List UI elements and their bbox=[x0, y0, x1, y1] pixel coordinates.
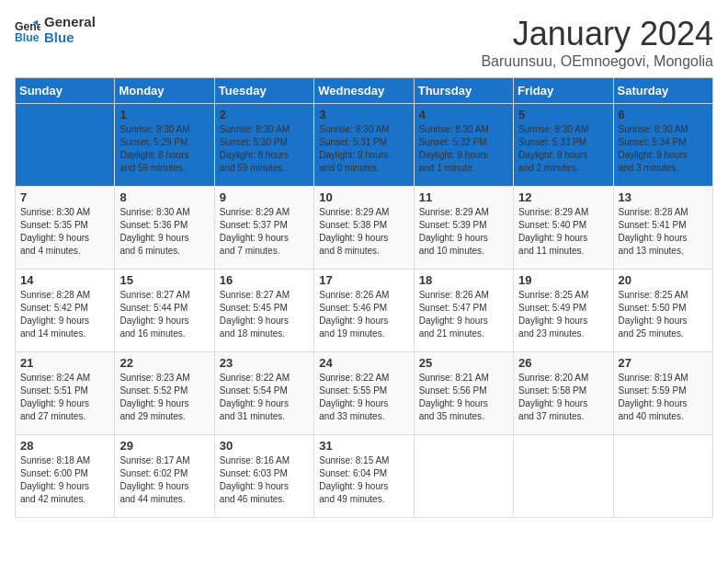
calendar-body: 1Sunrise: 8:30 AM Sunset: 5:29 PM Daylig… bbox=[16, 104, 713, 518]
day-number: 8 bbox=[119, 190, 209, 204]
calendar-day-cell: 6Sunrise: 8:30 AM Sunset: 5:34 PM Daylig… bbox=[613, 104, 712, 187]
calendar-day-cell: 18Sunrise: 8:26 AM Sunset: 5:47 PM Dayli… bbox=[414, 270, 513, 352]
day-info: Sunrise: 8:29 AM Sunset: 5:37 PM Dayligh… bbox=[220, 206, 309, 258]
day-info: Sunrise: 8:30 AM Sunset: 5:35 PM Dayligh… bbox=[20, 206, 109, 258]
calendar-week-row: 28Sunrise: 8:18 AM Sunset: 6:00 PM Dayli… bbox=[16, 435, 713, 518]
day-number: 20 bbox=[619, 273, 708, 287]
calendar-day-cell bbox=[514, 435, 613, 518]
calendar-week-row: 21Sunrise: 8:24 AM Sunset: 5:51 PM Dayli… bbox=[16, 352, 713, 435]
day-info: Sunrise: 8:30 AM Sunset: 5:36 PM Dayligh… bbox=[119, 206, 209, 258]
calendar-day-cell: 23Sunrise: 8:22 AM Sunset: 5:54 PM Dayli… bbox=[214, 352, 313, 435]
day-number: 27 bbox=[619, 356, 708, 370]
calendar-day-cell: 7Sunrise: 8:30 AM Sunset: 5:35 PM Daylig… bbox=[16, 187, 115, 270]
day-number: 24 bbox=[319, 356, 408, 370]
day-info: Sunrise: 8:15 AM Sunset: 6:04 PM Dayligh… bbox=[319, 454, 408, 506]
day-info: Sunrise: 8:24 AM Sunset: 5:51 PM Dayligh… bbox=[20, 372, 109, 423]
day-info: Sunrise: 8:23 AM Sunset: 5:52 PM Dayligh… bbox=[119, 372, 209, 423]
day-info: Sunrise: 8:26 AM Sunset: 5:46 PM Dayligh… bbox=[319, 289, 408, 340]
day-info: Sunrise: 8:21 AM Sunset: 5:56 PM Dayligh… bbox=[419, 372, 508, 423]
day-number: 10 bbox=[319, 190, 408, 204]
day-number: 15 bbox=[119, 273, 209, 287]
weekday-header: Wednesday bbox=[314, 78, 414, 104]
day-number: 4 bbox=[419, 108, 508, 121]
weekday-header: Tuesday bbox=[214, 78, 313, 104]
calendar-day-cell: 17Sunrise: 8:26 AM Sunset: 5:46 PM Dayli… bbox=[314, 270, 414, 352]
day-info: Sunrise: 8:22 AM Sunset: 5:55 PM Dayligh… bbox=[319, 372, 408, 423]
day-number: 26 bbox=[518, 356, 608, 370]
day-info: Sunrise: 8:26 AM Sunset: 5:47 PM Dayligh… bbox=[419, 289, 508, 340]
main-title: January 2024 bbox=[481, 15, 713, 53]
calendar-day-cell: 29Sunrise: 8:17 AM Sunset: 6:02 PM Dayli… bbox=[115, 435, 214, 518]
day-number: 22 bbox=[119, 356, 209, 370]
header: General Blue General Blue January 2024 B… bbox=[15, 15, 713, 70]
weekday-header: Sunday bbox=[16, 78, 115, 104]
logo-line1: General bbox=[44, 15, 96, 30]
logo-icon: General Blue bbox=[15, 17, 40, 43]
day-info: Sunrise: 8:27 AM Sunset: 5:44 PM Dayligh… bbox=[119, 289, 209, 340]
day-number: 16 bbox=[220, 273, 309, 287]
calendar-day-cell: 1Sunrise: 8:30 AM Sunset: 5:29 PM Daylig… bbox=[115, 104, 214, 187]
day-number: 5 bbox=[518, 108, 608, 121]
day-info: Sunrise: 8:17 AM Sunset: 6:02 PM Dayligh… bbox=[119, 454, 209, 506]
day-info: Sunrise: 8:25 AM Sunset: 5:50 PM Dayligh… bbox=[619, 289, 708, 340]
calendar-day-cell: 4Sunrise: 8:30 AM Sunset: 5:32 PM Daylig… bbox=[414, 104, 513, 187]
calendar-day-cell: 2Sunrise: 8:30 AM Sunset: 5:30 PM Daylig… bbox=[214, 104, 313, 187]
calendar-day-cell: 5Sunrise: 8:30 AM Sunset: 5:33 PM Daylig… bbox=[514, 104, 613, 187]
day-number: 28 bbox=[20, 439, 109, 453]
calendar-day-cell: 31Sunrise: 8:15 AM Sunset: 6:04 PM Dayli… bbox=[314, 435, 414, 518]
day-number: 25 bbox=[419, 356, 508, 370]
day-number: 6 bbox=[619, 108, 708, 121]
calendar-day-cell: 28Sunrise: 8:18 AM Sunset: 6:00 PM Dayli… bbox=[16, 435, 115, 518]
day-number: 1 bbox=[119, 108, 209, 121]
day-number: 13 bbox=[619, 190, 708, 204]
day-info: Sunrise: 8:30 AM Sunset: 5:32 PM Dayligh… bbox=[419, 123, 508, 175]
calendar-table: SundayMondayTuesdayWednesdayThursdayFrid… bbox=[15, 77, 713, 518]
calendar-day-cell: 16Sunrise: 8:27 AM Sunset: 5:45 PM Dayli… bbox=[214, 270, 313, 352]
day-number: 17 bbox=[319, 273, 408, 287]
calendar-day-cell: 9Sunrise: 8:29 AM Sunset: 5:37 PM Daylig… bbox=[214, 187, 313, 270]
calendar-header-row: SundayMondayTuesdayWednesdayThursdayFrid… bbox=[16, 78, 713, 104]
day-number: 12 bbox=[518, 190, 608, 204]
calendar-day-cell: 25Sunrise: 8:21 AM Sunset: 5:56 PM Dayli… bbox=[414, 352, 513, 435]
day-number: 3 bbox=[319, 108, 408, 121]
weekday-header: Monday bbox=[115, 78, 214, 104]
weekday-header: Saturday bbox=[613, 78, 712, 104]
day-info: Sunrise: 8:28 AM Sunset: 5:42 PM Dayligh… bbox=[20, 289, 109, 340]
calendar-week-row: 1Sunrise: 8:30 AM Sunset: 5:29 PM Daylig… bbox=[16, 104, 713, 187]
calendar-day-cell: 27Sunrise: 8:19 AM Sunset: 5:59 PM Dayli… bbox=[613, 352, 712, 435]
calendar-day-cell bbox=[414, 435, 513, 518]
calendar-day-cell: 19Sunrise: 8:25 AM Sunset: 5:49 PM Dayli… bbox=[514, 270, 613, 352]
calendar-day-cell: 15Sunrise: 8:27 AM Sunset: 5:44 PM Dayli… bbox=[115, 270, 214, 352]
svg-text:Blue: Blue bbox=[15, 31, 40, 43]
calendar-day-cell: 30Sunrise: 8:16 AM Sunset: 6:03 PM Dayli… bbox=[214, 435, 313, 518]
day-info: Sunrise: 8:20 AM Sunset: 5:58 PM Dayligh… bbox=[518, 372, 608, 423]
calendar-day-cell bbox=[16, 104, 115, 187]
calendar-week-row: 14Sunrise: 8:28 AM Sunset: 5:42 PM Dayli… bbox=[16, 270, 713, 352]
logo-line2: Blue bbox=[44, 30, 96, 46]
day-info: Sunrise: 8:19 AM Sunset: 5:59 PM Dayligh… bbox=[619, 372, 708, 423]
calendar-day-cell: 21Sunrise: 8:24 AM Sunset: 5:51 PM Dayli… bbox=[16, 352, 115, 435]
calendar-week-row: 7Sunrise: 8:30 AM Sunset: 5:35 PM Daylig… bbox=[16, 187, 713, 270]
calendar-day-cell: 20Sunrise: 8:25 AM Sunset: 5:50 PM Dayli… bbox=[613, 270, 712, 352]
day-info: Sunrise: 8:22 AM Sunset: 5:54 PM Dayligh… bbox=[220, 372, 309, 423]
weekday-header: Friday bbox=[514, 78, 613, 104]
day-info: Sunrise: 8:27 AM Sunset: 5:45 PM Dayligh… bbox=[220, 289, 309, 340]
title-area: January 2024 Baruunsuu, OEmnoegovi, Mong… bbox=[481, 15, 713, 70]
day-number: 23 bbox=[220, 356, 309, 370]
day-number: 11 bbox=[419, 190, 508, 204]
calendar-day-cell: 14Sunrise: 8:28 AM Sunset: 5:42 PM Dayli… bbox=[16, 270, 115, 352]
day-number: 18 bbox=[419, 273, 508, 287]
day-number: 30 bbox=[220, 439, 309, 453]
day-number: 31 bbox=[319, 439, 408, 453]
calendar-day-cell: 12Sunrise: 8:29 AM Sunset: 5:40 PM Dayli… bbox=[514, 187, 613, 270]
calendar-day-cell: 10Sunrise: 8:29 AM Sunset: 5:38 PM Dayli… bbox=[314, 187, 414, 270]
calendar-day-cell: 13Sunrise: 8:28 AM Sunset: 5:41 PM Dayli… bbox=[613, 187, 712, 270]
day-info: Sunrise: 8:25 AM Sunset: 5:49 PM Dayligh… bbox=[518, 289, 608, 340]
day-info: Sunrise: 8:30 AM Sunset: 5:34 PM Dayligh… bbox=[619, 123, 708, 175]
subtitle: Baruunsuu, OEmnoegovi, Mongolia bbox=[481, 53, 713, 70]
day-info: Sunrise: 8:29 AM Sunset: 5:38 PM Dayligh… bbox=[319, 206, 408, 258]
day-info: Sunrise: 8:30 AM Sunset: 5:31 PM Dayligh… bbox=[319, 123, 408, 175]
calendar-day-cell: 11Sunrise: 8:29 AM Sunset: 5:39 PM Dayli… bbox=[414, 187, 513, 270]
logo: General Blue General Blue bbox=[15, 15, 96, 45]
day-info: Sunrise: 8:29 AM Sunset: 5:40 PM Dayligh… bbox=[518, 206, 608, 258]
